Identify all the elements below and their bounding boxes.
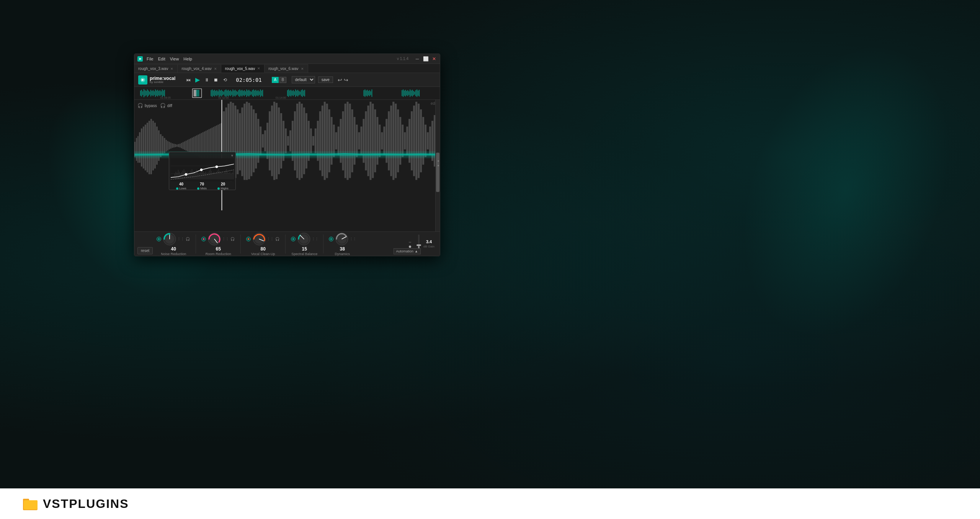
dyn-eq-icon[interactable]: ⋮⋮ — [350, 236, 356, 242]
nr-eq-icon[interactable]: ⋮⋮ — [178, 236, 183, 242]
tab-3-close[interactable]: ✕ — [301, 67, 304, 71]
svg-rect-55 — [243, 91, 243, 96]
svg-rect-194 — [276, 103, 278, 179]
svg-rect-246 — [395, 104, 397, 178]
tab-2-close[interactable]: ✕ — [257, 67, 260, 70]
tab-2[interactable]: rough_vox_5.wav ✕ — [221, 64, 265, 73]
svg-rect-100 — [405, 90, 406, 96]
svg-rect-233 — [365, 111, 367, 171]
timeline-area: 01:08:05 01:12:00 01:14:00 — [134, 87, 440, 100]
diff-button[interactable]: 🎧 diff — [160, 103, 172, 108]
menu-view[interactable]: View — [170, 57, 179, 61]
tab-3[interactable]: rough_vox_6.wav ✕ — [265, 64, 308, 73]
svg-rect-8 — [147, 89, 148, 97]
rewind-button[interactable]: ⏮ — [185, 76, 192, 84]
sb-power-button[interactable] — [291, 237, 296, 241]
svg-rect-243 — [388, 111, 390, 171]
play-button[interactable]: ▶ — [194, 76, 201, 84]
svg-rect-310 — [219, 171, 220, 179]
rr-eq-icon[interactable]: ⋮⋮ — [223, 236, 228, 242]
rr-headphone-icon[interactable]: 🎧 — [230, 236, 235, 242]
svg-rect-28 — [212, 89, 212, 97]
nr-power-button[interactable] — [157, 237, 161, 241]
minimize-button[interactable]: ─ — [415, 56, 420, 62]
vc-power-button[interactable] — [246, 237, 251, 241]
tab-1-close[interactable]: ✕ — [214, 67, 217, 71]
redo-button[interactable]: ↪ — [344, 77, 348, 83]
preset-select[interactable]: default — [292, 76, 315, 83]
editor-scrollbar[interactable] — [435, 100, 440, 231]
svg-rect-29 — [213, 91, 214, 96]
menu-bar: File Edit View Help — [147, 57, 192, 61]
nr-headphone-icon[interactable]: 🎧 — [185, 236, 190, 242]
automation-button[interactable]: Automation ▲ — [394, 248, 421, 254]
tab-1[interactable]: rough_vox_4.wav ✕ — [178, 64, 221, 73]
vc-headphone-icon[interactable]: 🎧 — [274, 236, 280, 242]
volume-slider-thumb[interactable] — [416, 244, 421, 246]
menu-file[interactable]: File — [147, 57, 154, 61]
sb-knob[interactable] — [297, 232, 311, 246]
pan-arrows[interactable]: ↔ — [408, 240, 412, 244]
noise-reduction-module: ⋮⋮ 🎧 40 Noise Reduction — [154, 231, 193, 257]
undo-button[interactable]: ↩ — [338, 77, 342, 83]
svg-rect-237 — [374, 109, 376, 172]
nr-popup-header: ▼ — [171, 154, 234, 158]
bypass-button[interactable]: 🎧 bypass — [137, 103, 157, 108]
menu-edit[interactable]: Edit — [158, 57, 165, 61]
diff-label: diff — [167, 104, 172, 108]
svg-rect-50 — [237, 92, 238, 95]
stop-button[interactable]: ⏹ — [212, 76, 220, 84]
svg-rect-35 — [220, 91, 220, 96]
svg-rect-345 — [24, 500, 38, 509]
svg-rect-312 — [222, 172, 222, 179]
svg-rect-105 — [411, 91, 412, 96]
svg-rect-36 — [221, 90, 222, 96]
vocal-cleanup-module: ⋮⋮ 🎧 80 Vocal Clean-Up — [244, 231, 282, 257]
maximize-button[interactable]: ⬜ — [423, 56, 428, 62]
svg-rect-282 — [187, 172, 188, 179]
svg-text:01:08:05: 01:08:05 — [160, 96, 171, 99]
tab-0[interactable]: rough_vox_3.wav ✕ — [134, 64, 178, 73]
rr-knob[interactable] — [207, 232, 221, 246]
svg-rect-85 — [301, 90, 302, 96]
save-button[interactable]: save — [318, 76, 333, 83]
svg-rect-146 — [184, 142, 185, 150]
vc-eq-icon[interactable]: ⋮⋮ — [268, 236, 273, 242]
svg-rect-286 — [192, 169, 192, 179]
tab-0-close[interactable]: ✕ — [170, 67, 173, 71]
dyn-power-button[interactable] — [329, 237, 333, 241]
svg-rect-91 — [366, 91, 366, 96]
svg-rect-305 — [214, 172, 214, 179]
vc-power-dot — [248, 238, 249, 240]
ab-b-button[interactable]: B — [279, 77, 286, 83]
svg-point-323 — [185, 173, 187, 176]
svg-rect-278 — [183, 171, 183, 179]
dyn-knob[interactable] — [335, 232, 349, 246]
rr-power-button[interactable] — [201, 237, 206, 241]
svg-rect-9 — [148, 91, 149, 96]
svg-rect-303 — [211, 171, 212, 179]
svg-text:01:14:00: 01:14:00 — [276, 96, 286, 99]
reset-button[interactable]: reset — [137, 247, 153, 254]
svg-rect-27 — [211, 90, 212, 96]
svg-rect-128 — [154, 123, 156, 169]
editor-scrollbar-thumb[interactable] — [436, 153, 439, 192]
vc-label: Vocal Clean-Up — [251, 252, 275, 256]
menu-help[interactable]: Help — [183, 57, 192, 61]
nr-mids: 70 Mids — [197, 182, 207, 190]
nr-popup-close[interactable]: ▼ — [230, 154, 234, 158]
branding-bar: VSTPLUGINS — [0, 488, 980, 519]
close-button[interactable]: ✕ — [431, 56, 437, 62]
pause-button[interactable]: ⏸ — [203, 76, 211, 84]
svg-rect-40 — [225, 89, 226, 97]
ab-a-button[interactable]: A — [272, 77, 279, 83]
svg-rect-203 — [296, 104, 298, 178]
sb-eq-icon[interactable]: ⋮⋮ — [312, 236, 318, 242]
loop-button[interactable]: ⟲ — [221, 76, 229, 84]
svg-text:01:12:00: 01:12:00 — [218, 96, 229, 99]
nr-knob[interactable] — [163, 232, 176, 246]
vc-knob[interactable] — [252, 232, 266, 246]
svg-rect-241 — [383, 127, 385, 155]
svg-rect-304 — [212, 173, 213, 179]
svg-rect-112 — [419, 90, 420, 96]
